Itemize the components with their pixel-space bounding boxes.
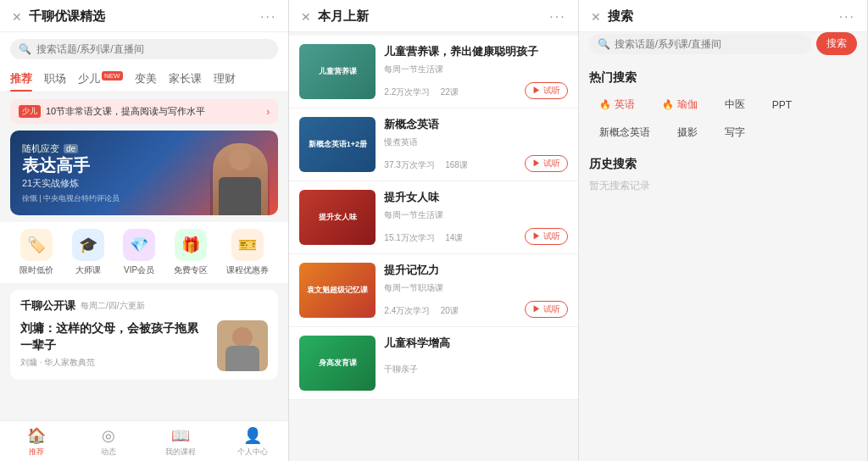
course-title-2: 新概念英语 [384, 117, 567, 132]
course-info-1: 儿童营养课，养出健康聪明孩子 每周一节生活课 2.2万次学习 22课 ▶ 试听 [384, 44, 567, 99]
course-sub-4: 每周一节职场课 [384, 282, 567, 294]
master-label: 大师课 [75, 264, 101, 276]
course-info-5: 儿童科学增高 千聊亲子 [384, 336, 567, 391]
more-icon[interactable]: ··· [260, 9, 276, 25]
trial-btn-3[interactable]: ▶ 试听 [525, 228, 568, 245]
panel3-close-icon[interactable]: ✕ [591, 10, 601, 24]
free-label: 免费专区 [174, 264, 208, 276]
course-item[interactable]: 提升女人味 提升女人味 每周一节生活课 15.1万次学习 14课 ▶ 试听 [289, 181, 577, 254]
big-banner-text: 随机应变 de 表达高手 21天实战修炼 徐慨 | 中央电视台特约评论员 [22, 142, 120, 204]
panel-featured: ✕ 千聊优课精选 ··· 🔍 推荐 职场 少儿NEW 变美 家长课 理财 少儿 … [0, 0, 289, 461]
panel2-content: 儿童营养课 儿童营养课，养出健康聪明孩子 每周一节生活课 2.2万次学习 22课… [289, 32, 577, 461]
nav-courses-label: 我的课程 [165, 447, 196, 458]
course-count-4: 20课 [441, 306, 459, 315]
discount-icon: 🏷️ [20, 229, 53, 261]
panel1-search-input[interactable] [36, 43, 270, 55]
courses-icon: 📖 [171, 426, 190, 445]
panel1-content: 少儿 10节非常语文课，提高阅读与写作水平 › 随机应变 de 表达高手 21天… [0, 92, 288, 420]
hot-tag-new-concept[interactable]: 新概念英语 [589, 122, 660, 143]
panel2-more-icon[interactable]: ··· [549, 9, 565, 25]
course-item[interactable]: 儿童营养课 儿童营养课，养出健康聪明孩子 每周一节生活课 2.2万次学习 22课… [289, 36, 577, 108]
promo-banner[interactable]: 少儿 10节非常语文课，提高阅读与写作水平 › [10, 99, 278, 124]
open-class-name: 刘墉：这样的父母，会被孩子拖累一辈子 [20, 320, 209, 353]
banner-person-image [210, 139, 270, 215]
course-meta-1: 2.2万次学习 22课 ▶ 试听 [384, 82, 567, 99]
course-stats-2: 37.3万次学习 [384, 160, 434, 169]
icon-vip[interactable]: 💎 VIP会员 [123, 229, 155, 276]
trial-btn-4[interactable]: ▶ 试听 [525, 301, 568, 318]
vip-label: VIP会员 [124, 264, 154, 276]
thumb-label-1: 儿童营养课 [299, 44, 376, 99]
course-title-1: 儿童营养课，养出健康聪明孩子 [384, 44, 567, 59]
open-class-content: 刘墉：这样的父母，会被孩子拖累一辈子 刘墉 · 华人家教典范 [20, 320, 268, 371]
tab-beauty[interactable]: 变美 [135, 66, 157, 92]
course-sub-5: 千聊亲子 [384, 364, 567, 375]
panel1-header: ✕ 千聊优课精选 ··· [0, 0, 288, 32]
panel2-header: ✕ 本月上新 ··· [289, 0, 577, 32]
nav-profile[interactable]: 👤 个人中心 [231, 426, 274, 458]
promo-badge: 少儿 [19, 105, 41, 118]
history-title: 历史搜索 [589, 157, 857, 172]
bottom-nav: 🏠 推荐 ◎ 动态 📖 我的课程 👤 个人中心 [0, 420, 288, 461]
panel1-title: 千聊优课精选 [29, 8, 105, 25]
close-icon[interactable]: ✕ [12, 10, 22, 24]
hot-tag-photo[interactable]: 摄影 [667, 122, 708, 143]
tab-workplace[interactable]: 职场 [44, 66, 66, 92]
course-meta-4: 2.4万次学习 20课 ▶ 试听 [384, 301, 567, 318]
course-meta-3: 15.1万次学习 14课 ▶ 试听 [384, 228, 567, 245]
panel2-close-icon[interactable]: ✕ [301, 10, 311, 24]
home-icon: 🏠 [27, 426, 46, 445]
trial-btn-2[interactable]: ▶ 试听 [525, 155, 568, 172]
panel1-tabs: 推荐 职场 少儿NEW 变美 家长课 理财 [0, 66, 288, 92]
coupon-icon: 🎫 [231, 229, 264, 261]
icon-master[interactable]: 🎓 大师课 [72, 229, 104, 276]
tab-finance[interactable]: 理财 [214, 66, 236, 92]
course-item[interactable]: 袁文魁超级记忆课 提升记忆力 每周一节职场课 2.4万次学习 20课 ▶ 试听 [289, 254, 577, 327]
open-class-avatar [217, 320, 268, 371]
search-button[interactable]: 搜索 [816, 32, 857, 55]
course-item[interactable]: 身高发育课 儿童科学增高 千聊亲子 [289, 327, 577, 400]
hot-search-title: 热门搜索 [589, 70, 857, 86]
search-action-bar: 🔍 搜索 [579, 32, 867, 62]
panel-new-courses: ✕ 本月上新 ··· 儿童营养课 儿童营养课，养出健康聪明孩子 每周一节生活课 … [289, 0, 578, 461]
history-section: 历史搜索 暂无搜索记录 [589, 157, 857, 193]
coupon-label: 课程优惠券 [226, 264, 269, 276]
icon-coupon[interactable]: 🎫 课程优惠券 [226, 229, 269, 276]
icon-discount[interactable]: 🏷️ 限时低价 [19, 229, 53, 276]
course-sub-1: 每周一节生活课 [384, 64, 567, 75]
course-sub-2: 慢煮英语 [384, 136, 567, 148]
open-class-info: 刘墉：这样的父母，会被孩子拖累一辈子 刘墉 · 华人家教典范 [20, 320, 209, 369]
hot-tag-tcm[interactable]: 中医 [715, 94, 755, 115]
nav-home[interactable]: 🏠 推荐 [15, 426, 58, 458]
promo-arrow-icon: › [266, 106, 270, 118]
course-list: 儿童营养课 儿童营养课，养出健康聪明孩子 每周一节生活课 2.2万次学习 22课… [289, 32, 577, 403]
tab-parents[interactable]: 家长课 [169, 66, 202, 92]
tab-recommended[interactable]: 推荐 [10, 66, 32, 92]
hot-tag-ppt[interactable]: PPT [762, 94, 802, 115]
open-class-section[interactable]: 千聊公开课 每周二/四/六更新 刘墉：这样的父母，会被孩子拖累一辈子 刘墉 · … [10, 290, 278, 380]
panel3-search-icon: 🔍 [598, 38, 610, 50]
trial-btn-1[interactable]: ▶ 试听 [525, 82, 568, 99]
panel1-header-left: ✕ 千聊优课精选 [12, 8, 105, 25]
panel3-more-icon[interactable]: ··· [839, 9, 855, 25]
tab-children[interactable]: 少儿NEW [78, 66, 123, 92]
course-thumb-1: 儿童营养课 [299, 44, 376, 99]
promo-text: 10节非常语文课，提高阅读与写作水平 [46, 105, 266, 118]
nav-courses[interactable]: 📖 我的课程 [159, 426, 202, 458]
hot-tag-writing[interactable]: 写字 [715, 122, 755, 143]
profile-icon: 👤 [243, 426, 262, 445]
big-banner[interactable]: 随机应变 de 表达高手 21天实战修炼 徐慨 | 中央电视台特约评论员 [10, 131, 278, 215]
panel-search: ✕ 搜索 ··· 🔍 搜索 热门搜索 🔥 英语 🔥 瑜伽 [579, 0, 868, 461]
panel3-search-input[interactable] [615, 38, 803, 50]
hot-tag-yoga[interactable]: 🔥 瑜伽 [652, 94, 708, 115]
master-icon: 🎓 [72, 229, 104, 261]
hot-tag-english[interactable]: 🔥 英语 [589, 94, 645, 115]
big-banner-title: 表达高手 [22, 155, 120, 175]
course-meta-2: 37.3万次学习 168课 ▶ 试听 [384, 155, 567, 172]
panel3-header-left: ✕ 搜索 [591, 8, 633, 25]
course-item[interactable]: 新概念英语1+2册 新概念英语 慢煮英语 37.3万次学习 168课 ▶ 试听 [289, 108, 577, 181]
course-title-4: 提升记忆力 [384, 263, 567, 278]
nav-feed[interactable]: ◎ 动态 [87, 426, 130, 458]
icon-free[interactable]: 🎁 免费专区 [174, 229, 208, 276]
course-count-3: 14课 [445, 233, 463, 242]
